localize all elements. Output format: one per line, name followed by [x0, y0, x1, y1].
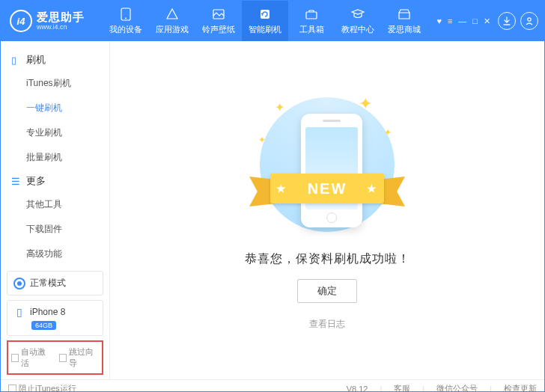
list-icon: ☰ — [11, 176, 22, 187]
success-content: ✦ ✦ ✦ ✦ NEW 恭喜您，保资料刷机成功啦！ 确定 查看日志 — [110, 41, 544, 379]
app-title: 爱思助手 — [37, 11, 85, 22]
nav-label: 教程中心 — [341, 24, 374, 35]
tutorial-icon — [351, 7, 365, 21]
svg-point-1 — [125, 17, 127, 19]
highlighted-options: 自动激活 跳过向导 — [7, 340, 103, 375]
section-title: 刷机 — [26, 53, 46, 67]
storage-badge: 64GB — [31, 321, 56, 330]
user-button[interactable] — [520, 12, 538, 30]
main-panel: ✦ ✦ ✦ ✦ NEW 恭喜您，保资料刷机成功啦！ 确定 查看日志 — [110, 41, 544, 379]
wallpaper-icon — [212, 7, 225, 21]
ribbon-text: NEW — [270, 174, 384, 203]
section-title: 更多 — [26, 174, 46, 188]
sidebar-item-download-firmware[interactable]: 下载固件 — [26, 217, 109, 242]
checkbox-label: 阻止iTunes运行 — [19, 383, 76, 392]
version-label: V8.12 — [347, 385, 368, 393]
toolbox-icon — [305, 7, 318, 21]
sidebar-item-oneclick-flash[interactable]: 一键刷机 — [26, 96, 109, 120]
device-phone-icon: ▯ — [13, 306, 25, 318]
nav-label: 铃声壁纸 — [202, 24, 235, 35]
sidebar-item-itunes-flash[interactable]: iTunes刷机 — [26, 71, 109, 96]
success-illustration: ✦ ✦ ✦ ✦ NEW — [252, 90, 402, 239]
auto-activate-checkbox[interactable]: 自动激活 — [11, 346, 52, 369]
block-itunes-checkbox[interactable]: 阻止iTunes运行 — [8, 383, 76, 392]
success-message: 恭喜您，保资料刷机成功啦！ — [245, 251, 410, 267]
mode-indicator[interactable]: 正常模式 — [7, 271, 103, 295]
nav-flash[interactable]: 智能刷机 — [242, 1, 288, 41]
app-header: i4 爱思助手 www.i4.cn 我的设备 应用游戏 铃声壁纸 智能刷机 工具… — [1, 1, 544, 41]
sidebar-item-other-tools[interactable]: 其他工具 — [26, 192, 109, 217]
settings-icon[interactable]: ≡ — [448, 16, 452, 26]
phone-outline-icon: ▯ — [11, 55, 22, 66]
checkbox-icon — [8, 385, 16, 392]
nav-label: 我的设备 — [109, 24, 142, 35]
nav-label: 应用游戏 — [156, 24, 189, 35]
logo-icon: i4 — [10, 10, 32, 32]
nav-label: 智能刷机 — [249, 24, 281, 35]
header-controls: ♥ ≡ — □ ✕ — [436, 12, 538, 30]
device-indicator[interactable]: ▯ iPhone 8 64GB — [7, 300, 103, 336]
checkbox-icon — [59, 354, 67, 362]
nav-label: 爱思商城 — [388, 24, 421, 35]
new-ribbon: NEW — [252, 165, 402, 209]
svg-rect-4 — [306, 12, 317, 19]
sidebar: ▯ 刷机 iTunes刷机 一键刷机 专业刷机 批量刷机 ☰ 更多 其他工具 下… — [1, 41, 110, 379]
mode-icon — [13, 278, 25, 290]
minimize-icon[interactable]: — — [458, 16, 466, 26]
support-link[interactable]: 客服 — [394, 383, 410, 392]
status-bar: 阻止iTunes运行 V8.12 | 客服 | 微信公众号 | 检查更新 — [1, 379, 544, 392]
nav-store[interactable]: 爱思商城 — [381, 1, 427, 41]
maximize-icon[interactable]: □ — [472, 16, 478, 26]
phone-icon — [119, 7, 133, 21]
checkbox-icon — [11, 354, 19, 362]
sidebar-section-more[interactable]: ☰ 更多 — [1, 170, 109, 192]
check-update-link[interactable]: 检查更新 — [504, 383, 537, 392]
close-icon[interactable]: ✕ — [484, 16, 490, 26]
nav-label: 工具箱 — [299, 24, 324, 35]
nav-ringtones[interactable]: 铃声壁纸 — [195, 1, 242, 41]
mode-label: 正常模式 — [30, 277, 66, 290]
checkbox-label: 跳过向导 — [69, 346, 99, 369]
top-nav: 我的设备 应用游戏 铃声壁纸 智能刷机 工具箱 教程中心 爱思商城 — [103, 1, 427, 41]
skip-guide-checkbox[interactable]: 跳过向导 — [59, 346, 100, 369]
menu-icon[interactable]: ♥ — [436, 16, 442, 26]
download-button[interactable] — [498, 12, 516, 30]
apps-icon — [165, 7, 179, 21]
sidebar-item-pro-flash[interactable]: 专业刷机 — [26, 120, 109, 145]
nav-toolbox[interactable]: 工具箱 — [288, 1, 335, 41]
nav-my-device[interactable]: 我的设备 — [103, 1, 149, 41]
sidebar-item-batch-flash[interactable]: 批量刷机 — [26, 145, 109, 170]
checkbox-label: 自动激活 — [21, 346, 51, 369]
app-logo: i4 爱思助手 www.i4.cn — [10, 10, 103, 32]
device-name: iPhone 8 — [30, 307, 65, 317]
window-controls: ♥ ≡ — □ ✕ — [436, 16, 490, 26]
sidebar-item-advanced[interactable]: 高级功能 — [26, 242, 109, 266]
nav-tutorial[interactable]: 教程中心 — [335, 1, 381, 41]
view-log-link[interactable]: 查看日志 — [309, 318, 345, 331]
nav-apps[interactable]: 应用游戏 — [149, 1, 195, 41]
app-url: www.i4.cn — [37, 24, 85, 31]
svg-point-5 — [528, 18, 531, 21]
store-icon — [398, 7, 411, 21]
sidebar-section-flash[interactable]: ▯ 刷机 — [1, 49, 109, 71]
flash-icon — [258, 7, 272, 21]
ok-button[interactable]: 确定 — [297, 279, 357, 303]
wechat-link[interactable]: 微信公众号 — [436, 383, 478, 392]
